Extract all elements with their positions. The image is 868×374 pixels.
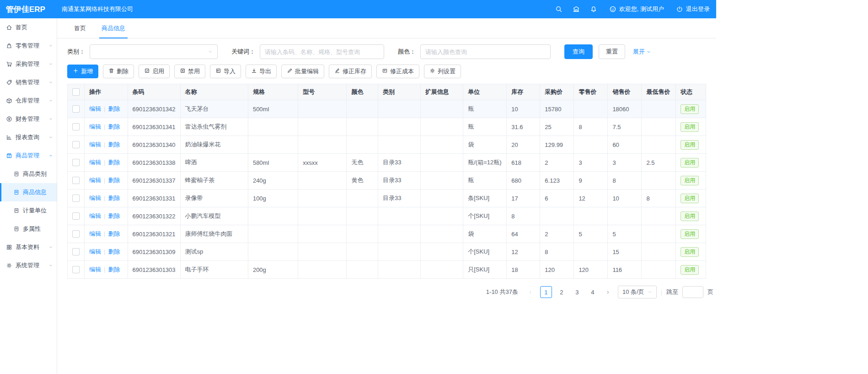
select-all-checkbox[interactable] bbox=[72, 88, 80, 96]
row-checkbox[interactable] bbox=[72, 230, 80, 238]
delete-button[interactable]: 删除 bbox=[103, 65, 134, 78]
tab-home[interactable]: 首页 bbox=[66, 18, 94, 38]
cell-category bbox=[378, 100, 420, 118]
cell-name: 蜂蜜柚子茶 bbox=[180, 172, 248, 190]
warehouse-icon bbox=[6, 98, 12, 104]
import-button[interactable]: 导入 bbox=[210, 65, 241, 78]
page-size-select[interactable]: 10 条/页 bbox=[618, 286, 657, 298]
keyword-input[interactable] bbox=[260, 44, 384, 59]
sidebar-item-warehouse[interactable]: 仓库管理 bbox=[0, 92, 57, 110]
delete-link[interactable]: 删除 bbox=[108, 105, 120, 112]
delete-link[interactable]: 删除 bbox=[108, 230, 120, 237]
button-label: 新增 bbox=[81, 67, 93, 76]
edit-link[interactable]: 编辑 bbox=[89, 123, 101, 130]
expand-link[interactable]: 展开 bbox=[633, 48, 651, 56]
column-header: 操作 bbox=[85, 84, 128, 100]
delete-link[interactable]: 删除 bbox=[108, 177, 120, 184]
cell-color bbox=[347, 100, 378, 118]
cell-min-price bbox=[642, 100, 676, 118]
delete-link[interactable]: 删除 bbox=[108, 266, 120, 273]
button-label: 批量编辑 bbox=[295, 67, 319, 76]
row-checkbox[interactable] bbox=[72, 105, 80, 113]
sidebar-item-home[interactable]: 首页 bbox=[0, 18, 57, 37]
edit-link[interactable]: 编辑 bbox=[89, 248, 101, 255]
sidebar-item-purchase[interactable]: 采购管理 bbox=[0, 55, 57, 73]
row-checkbox[interactable] bbox=[72, 159, 80, 166]
color-input[interactable] bbox=[420, 44, 551, 59]
cell-unit: 袋 bbox=[463, 225, 507, 243]
page-button-4[interactable]: 4 bbox=[587, 286, 599, 298]
sidebar-item-retail[interactable]: 零售管理 bbox=[0, 37, 57, 55]
fix-stock-button[interactable]: 修正库存 bbox=[329, 65, 372, 78]
sidebar-item-report[interactable]: 报表查询 bbox=[0, 128, 57, 146]
welcome-user[interactable]: 欢迎您, 测试用户 bbox=[609, 5, 664, 13]
row-checkbox[interactable] bbox=[72, 177, 80, 184]
cell-unit: 瓶 bbox=[463, 172, 507, 190]
row-checkbox[interactable] bbox=[72, 141, 80, 148]
sidebar-item-goods-category[interactable]: 商品类别 bbox=[0, 165, 57, 183]
table-row: 编辑|删除6901236301331录像带100g目录33条[SKU]17612… bbox=[68, 190, 706, 207]
chevron-up-icon bbox=[48, 153, 53, 158]
edit-link[interactable]: 编辑 bbox=[89, 230, 101, 237]
row-checkbox[interactable] bbox=[72, 123, 80, 130]
edit-link[interactable]: 编辑 bbox=[89, 195, 101, 201]
table-row: 编辑|删除6901236301321康师傅红烧牛肉面袋64255启用 bbox=[68, 225, 706, 243]
sidebar-item-basic-data[interactable]: 基本资料 bbox=[0, 238, 57, 256]
enable-button[interactable]: 启用 bbox=[139, 65, 170, 78]
sidebar-item-multi-attribute[interactable]: 多属性 bbox=[0, 220, 57, 238]
status-badge: 启用 bbox=[680, 104, 699, 114]
page-button-2[interactable]: 2 bbox=[556, 286, 568, 298]
disable-button[interactable]: 禁用 bbox=[174, 65, 205, 78]
shop-icon[interactable] bbox=[573, 5, 580, 13]
sidebar-item-finance[interactable]: 财务管理 bbox=[0, 110, 57, 128]
page-button-3[interactable]: 3 bbox=[571, 286, 583, 298]
category-select[interactable] bbox=[90, 44, 218, 59]
export-button[interactable]: 导出 bbox=[246, 65, 277, 78]
fix-cost-button[interactable]: 修正成本 bbox=[376, 65, 419, 78]
sidebar-item-measure-unit[interactable]: 计量单位 bbox=[0, 201, 57, 220]
delete-link[interactable]: 删除 bbox=[108, 123, 120, 130]
edit-link[interactable]: 编辑 bbox=[89, 266, 101, 273]
chevron-down-icon bbox=[48, 80, 53, 85]
delete-link[interactable]: 删除 bbox=[108, 212, 120, 219]
row-checkbox[interactable] bbox=[72, 248, 80, 255]
logout-button[interactable]: 退出登录 bbox=[676, 5, 710, 13]
sidebar-item-system[interactable]: 系统管理 bbox=[0, 256, 57, 275]
sidebar-item-label: 仓库管理 bbox=[16, 97, 39, 105]
cell-sale-price bbox=[608, 207, 642, 225]
edit-link[interactable]: 编辑 bbox=[89, 159, 101, 166]
edit-link[interactable]: 编辑 bbox=[89, 105, 101, 112]
search-button[interactable]: 查询 bbox=[564, 44, 593, 59]
delete-link[interactable]: 删除 bbox=[108, 248, 120, 255]
cell-min-price: 8 bbox=[642, 190, 676, 207]
add-button[interactable]: 新增 bbox=[67, 65, 98, 78]
finance-icon bbox=[6, 116, 12, 122]
row-checkbox[interactable] bbox=[72, 266, 80, 273]
delete-link[interactable]: 删除 bbox=[108, 141, 120, 148]
cell-model bbox=[298, 243, 347, 261]
batch-edit-button[interactable]: 批量编辑 bbox=[281, 65, 324, 78]
sidebar-item-goods[interactable]: 商品管理 bbox=[0, 146, 57, 165]
page-button-1[interactable]: 1 bbox=[540, 286, 552, 298]
row-checkbox[interactable] bbox=[72, 195, 80, 202]
prev-page-button[interactable] bbox=[525, 286, 536, 298]
purchase-icon bbox=[6, 61, 12, 67]
delete-link[interactable]: 删除 bbox=[108, 159, 120, 166]
delete-link[interactable]: 删除 bbox=[108, 195, 120, 201]
cell-barcode: 6901236301321 bbox=[128, 225, 180, 243]
jump-page-input[interactable] bbox=[682, 286, 703, 298]
edit-link[interactable]: 编辑 bbox=[89, 177, 101, 184]
chevron-down-icon bbox=[48, 135, 53, 140]
tab-product-info[interactable]: 商品信息 bbox=[94, 18, 133, 38]
reset-button[interactable]: 重置 bbox=[599, 44, 625, 59]
sidebar-item-goods-info[interactable]: 商品信息 bbox=[0, 183, 57, 201]
cell-barcode: 6901236301309 bbox=[128, 243, 180, 261]
edit-link[interactable]: 编辑 bbox=[89, 212, 101, 219]
next-page-button[interactable] bbox=[603, 286, 614, 298]
column-settings-button[interactable]: 列设置 bbox=[424, 65, 461, 78]
sidebar-item-sales[interactable]: 销售管理 bbox=[0, 73, 57, 92]
search-icon[interactable] bbox=[555, 5, 563, 13]
bell-icon[interactable] bbox=[590, 5, 597, 13]
edit-link[interactable]: 编辑 bbox=[89, 141, 101, 148]
row-checkbox[interactable] bbox=[72, 212, 80, 220]
